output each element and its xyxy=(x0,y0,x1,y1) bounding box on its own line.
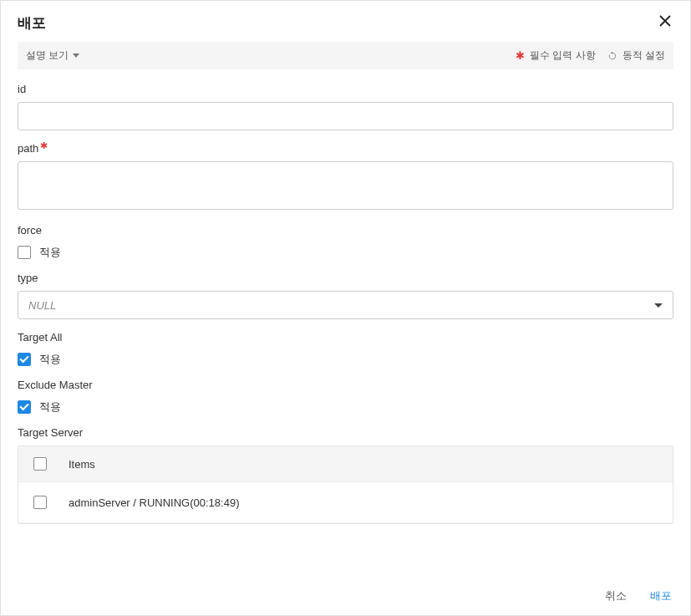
required-legend-label: 필수 입력 사항 xyxy=(530,48,596,63)
description-toggle[interactable]: 설명 보기 xyxy=(26,48,79,63)
cancel-button[interactable]: 취소 xyxy=(605,588,627,603)
dynamic-legend-label: 동적 설정 xyxy=(622,48,665,63)
id-input[interactable] xyxy=(18,102,673,130)
type-select[interactable]: NULL xyxy=(18,291,673,319)
target-server-table: Items adminServer / RUNNING(00:18:49) xyxy=(18,445,673,524)
force-checkbox-row: 적용 xyxy=(18,245,673,260)
exclude-master-checkbox-label: 적용 xyxy=(39,400,61,415)
dialog-body: id path ✱ force 적용 type NULL Target All … xyxy=(1,69,690,577)
table-row-checkbox[interactable] xyxy=(33,496,47,509)
required-mark: ✱ xyxy=(40,140,48,151)
type-label: type xyxy=(18,272,673,284)
target-all-checkbox-label: 적용 xyxy=(39,352,61,367)
exclude-master-label: Exclude Master xyxy=(18,379,673,391)
table-row: adminServer / RUNNING(00:18:49) xyxy=(18,482,673,523)
exclude-master-checkbox[interactable] xyxy=(18,400,31,414)
target-all-checkbox[interactable] xyxy=(18,353,31,366)
refresh-icon xyxy=(607,51,617,61)
target-all-checkbox-row: 적용 xyxy=(18,352,673,367)
force-label: force xyxy=(18,224,673,237)
close-button[interactable] xyxy=(657,13,673,33)
type-select-value: NULL xyxy=(28,299,56,312)
toolbar: 설명 보기 ✱ 필수 입력 사항 동적 설정 xyxy=(18,42,673,69)
description-toggle-label: 설명 보기 xyxy=(26,48,69,63)
legend: ✱ 필수 입력 사항 동적 설정 xyxy=(516,48,665,63)
force-checkbox-label: 적용 xyxy=(39,245,61,260)
target-server-label: Target Server xyxy=(18,426,673,439)
chevron-down-icon xyxy=(654,303,663,308)
deploy-dialog: 배포 설명 보기 ✱ 필수 입력 사항 동적 설정 id path ✱ xyxy=(0,0,691,616)
id-label: id xyxy=(18,83,673,95)
path-input[interactable] xyxy=(18,161,673,210)
submit-button[interactable]: 배포 xyxy=(650,588,672,603)
table-header: Items xyxy=(18,446,673,482)
dialog-footer: 취소 배포 xyxy=(1,577,690,615)
path-label: path ✱ xyxy=(18,142,673,155)
close-icon xyxy=(658,14,672,28)
dialog-header: 배포 xyxy=(1,1,690,42)
caret-down-icon xyxy=(73,53,79,58)
exclude-master-checkbox-row: 적용 xyxy=(18,400,673,415)
table-header-items: Items xyxy=(69,458,95,471)
force-checkbox[interactable] xyxy=(18,246,31,259)
table-row-label: adminServer / RUNNING(00:18:49) xyxy=(69,496,239,509)
target-all-label: Target All xyxy=(18,331,673,344)
table-select-all-checkbox[interactable] xyxy=(33,457,47,471)
dialog-title: 배포 xyxy=(18,13,46,33)
asterisk-icon: ✱ xyxy=(516,49,525,62)
